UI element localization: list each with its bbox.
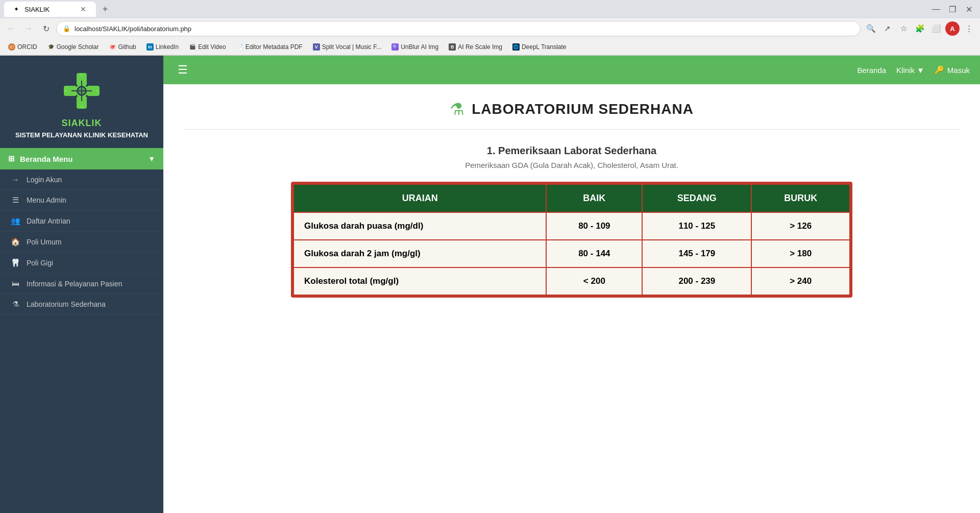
home-icon: 🏠 xyxy=(10,237,20,247)
split-button[interactable]: ⬜ xyxy=(929,21,943,36)
navbar-right: Beranda Klinik ▼ 🔑 Masuk xyxy=(857,65,970,75)
masuk-button[interactable]: 🔑 Masuk xyxy=(935,65,970,75)
google-scholar-favicon: 🎓 xyxy=(47,43,55,51)
row1-buruk: > 126 xyxy=(751,212,850,240)
admin-icon: ☰ xyxy=(10,196,20,205)
table-body: Glukosa darah puasa (mg/dl) 80 - 109 110… xyxy=(293,212,850,295)
profile-button[interactable]: A xyxy=(945,21,960,36)
sidebar-item-laboratorium[interactable]: ⚗ Laboratorium Sederhana xyxy=(0,294,163,315)
ai-rescale-favicon: B xyxy=(449,43,456,51)
sidebar-item-informasi-pelayanan[interactable]: 🛏 Informasi & Pelayanan Pasien xyxy=(0,274,163,294)
row2-sedang: 145 - 179 xyxy=(642,240,751,267)
bookmark-deepl-label: DeepL Translate xyxy=(522,43,567,51)
menu-button[interactable]: ⋮ xyxy=(962,21,976,36)
hamburger-icon: ☰ xyxy=(178,63,188,76)
bookmark-ai-rescale[interactable]: B AI Re Scale Img xyxy=(445,42,506,52)
extensions-button[interactable]: 🧩 xyxy=(913,21,927,36)
lab-flask-title-icon: ⚗ xyxy=(450,100,464,119)
sidebar-item-menu-admin[interactable]: ☰ Menu Admin xyxy=(0,190,163,211)
masuk-arrow-icon: 🔑 xyxy=(935,65,944,75)
sidebar-item-daftar-antrian[interactable]: 👥 Daftar Antrian xyxy=(0,211,163,232)
svg-point-6 xyxy=(64,89,67,92)
bookmark-ai-rescale-label: AI Re Scale Img xyxy=(458,43,502,51)
page-wrapper: SIAKLIK SISTEM PELAYANAN KLINIK KESEHATA… xyxy=(0,56,980,513)
maximize-button[interactable]: ❐ xyxy=(945,2,960,16)
sidebar-item-poli-umum[interactable]: 🏠 Poli Umum xyxy=(0,232,163,253)
svg-point-5 xyxy=(80,105,83,108)
row2-buruk: > 180 xyxy=(751,240,850,267)
bookmark-google-scholar[interactable]: 🎓 Google Scholar xyxy=(43,42,103,52)
url-text: localhost/SIAKLIK/poli/laboratorium.php xyxy=(75,25,854,33)
siaklik-logo xyxy=(59,68,105,114)
share-button[interactable]: ↗ xyxy=(880,21,894,36)
bookmark-github-label: Github xyxy=(118,43,136,51)
tab-close-button[interactable]: ✕ xyxy=(79,5,88,14)
row3-buruk: > 240 xyxy=(751,267,850,295)
search-button[interactable]: 🔍 xyxy=(864,21,878,36)
bookmark-split-vocal[interactable]: V Split Vocal | Music F... xyxy=(309,42,386,52)
bookmark-editor-metadata-pdf-label: Editor Metadata PDF xyxy=(246,43,303,51)
chevron-down-icon: ▼ xyxy=(148,155,155,163)
editor-metadata-pdf-favicon: 📄 xyxy=(236,43,243,51)
reload-button[interactable]: ↻ xyxy=(39,21,53,36)
queue-icon: 👥 xyxy=(10,216,20,226)
bookmark-deepl[interactable]: 🌐 DeepL Translate xyxy=(508,42,571,52)
top-navbar: ☰ Beranda Klinik ▼ 🔑 Masuk xyxy=(163,56,980,84)
bookmark-github[interactable]: 🐙 Github xyxy=(105,42,140,52)
bookmark-split-vocal-label: Split Vocal | Music F... xyxy=(322,43,382,51)
sidebar-logo-area: SIAKLIK SISTEM PELAYANAN KLINIK KESEHATA… xyxy=(0,56,163,148)
back-button[interactable]: ← xyxy=(4,21,18,36)
bookmark-unblur-ai-img[interactable]: 🔍 UnBlur AI Img xyxy=(387,42,443,52)
sidebar-menu-header[interactable]: ⊞ Beranda Menu ▼ xyxy=(0,148,163,169)
sidebar-menu-header-left: ⊞ Beranda Menu xyxy=(8,154,72,163)
sidebar-item-laboratorium-label: Laboratorium Sederhana xyxy=(27,300,106,308)
unblur-ai-img-favicon: 🔍 xyxy=(391,43,399,51)
bookmark-editor-metadata-pdf[interactable]: 📄 Editor Metadata PDF xyxy=(232,42,307,52)
svg-point-12 xyxy=(76,95,78,97)
sidebar-item-poli-gigi[interactable]: 🦷 Poli Gigi xyxy=(0,253,163,274)
browser-chrome: ✦ SIAKLIK ✕ + — ❐ ✕ ← → ↻ 🔒 localhost/SI… xyxy=(0,0,980,56)
klinik-dropdown[interactable]: Klinik ▼ xyxy=(896,66,924,75)
sidebar-item-informasi-pelayanan-label: Informasi & Pelayanan Pasien xyxy=(27,280,122,288)
bookmark-button[interactable]: ☆ xyxy=(896,21,911,36)
bookmarks-bar: iD ORCID 🎓 Google Scholar 🐙 Github in Li… xyxy=(0,39,980,55)
col-sedang: SEDANG xyxy=(642,184,751,212)
forward-button[interactable]: → xyxy=(21,21,36,36)
hamburger-button[interactable]: ☰ xyxy=(174,61,192,79)
col-uraian: URAIAN xyxy=(293,184,546,212)
row3-sedang: 200 - 239 xyxy=(642,267,751,295)
svg-point-10 xyxy=(76,85,78,87)
table-row: Kolesterol total (mg/gl) < 200 200 - 239… xyxy=(293,267,850,295)
active-tab[interactable]: ✦ SIAKLIK ✕ xyxy=(4,2,96,17)
content-area: ⚗ LABORATORIUM SEDERHANA 1. Pemeriksaan … xyxy=(163,84,980,513)
address-bar-row: ← → ↻ 🔒 localhost/SIAKLIK/poli/laborator… xyxy=(0,18,980,39)
bookmark-orcid[interactable]: iD ORCID xyxy=(4,42,41,52)
lab-flask-icon: ⚗ xyxy=(10,300,20,309)
close-button[interactable]: ✕ xyxy=(962,2,976,16)
split-vocal-favicon: V xyxy=(313,43,320,51)
col-baik: BAIK xyxy=(546,184,642,212)
bookmark-unblur-ai-img-label: UnBlur AI Img xyxy=(401,43,438,51)
klinik-chevron-icon: ▼ xyxy=(917,66,924,75)
sidebar-item-login-label: Login Akun xyxy=(27,176,62,184)
table-header: URAIAN BAIK SEDANG BURUK xyxy=(293,184,850,212)
row3-uraian: Kolesterol total (mg/gl) xyxy=(293,267,546,295)
section-subtitle: Pemeriksaan GDA (Gula Darah Acak), Chole… xyxy=(184,161,960,169)
lab-table: URAIAN BAIK SEDANG BURUK Glukosa darah p… xyxy=(293,184,850,296)
row2-baik: 80 - 144 xyxy=(546,240,642,267)
sidebar-item-login[interactable]: → Login Akun xyxy=(0,169,163,190)
github-favicon: 🐙 xyxy=(109,43,116,51)
sidebar-item-poli-gigi-label: Poli Gigi xyxy=(27,259,53,267)
section-title: 1. Pemeriksaan Laborat Sederhana xyxy=(184,145,960,157)
sidebar-item-daftar-antrian-label: Daftar Antrian xyxy=(27,217,70,225)
svg-point-4 xyxy=(80,74,83,77)
bookmark-linkedin[interactable]: in LinkedIn xyxy=(142,42,183,52)
browser-titlebar: ✦ SIAKLIK ✕ + — ❐ ✕ xyxy=(0,0,980,18)
svg-point-13 xyxy=(86,95,88,97)
minimize-button[interactable]: — xyxy=(929,2,943,16)
address-bar[interactable]: 🔒 localhost/SIAKLIK/poli/laboratorium.ph… xyxy=(56,21,861,36)
bookmark-edit-video[interactable]: 🎬 Edit Video xyxy=(185,42,230,52)
new-tab-button[interactable]: + xyxy=(98,2,112,16)
beranda-link[interactable]: Beranda xyxy=(857,66,886,75)
tab-title: SIAKLIK xyxy=(24,6,50,13)
